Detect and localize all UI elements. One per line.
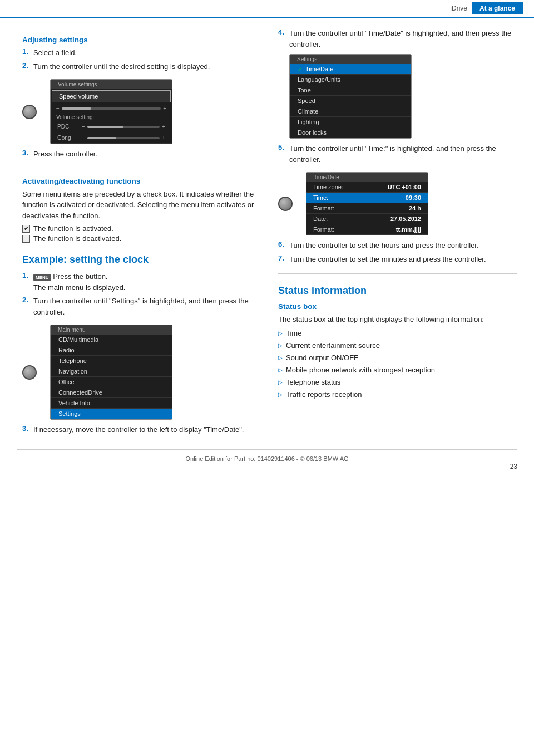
controller-knob — [22, 105, 37, 119]
right-divider — [278, 273, 517, 274]
step-1: 1. Select a field. — [22, 47, 261, 58]
right-steps-5: 5. Turn the controller until "Time:" is … — [278, 143, 517, 165]
td-title-bar: Time/Date — [306, 173, 428, 182]
ex-step-2: 2. Turn the controller until "Settings" … — [22, 296, 261, 317]
activating-heading: Activating/deactivating functions — [22, 177, 261, 185]
step-3: 3. Press the controller. — [22, 149, 261, 160]
volume-screen-container: Volume settings Speed volume − + Volume … — [22, 75, 261, 149]
ss-title-bar: Settings — [290, 55, 411, 64]
td-format2: Format: tt.mm.jjjj — [306, 224, 428, 235]
example-heading: Example: setting the clock — [22, 254, 261, 266]
controller-left — [22, 105, 37, 119]
main-content: Adjusting settings 1. Select a field. 2.… — [0, 18, 534, 449]
header-idrive: iDrive — [450, 4, 467, 12]
status-item-sound: ▷ Sound output ON/OFF — [278, 353, 517, 363]
bullet-icon-4: ▷ — [278, 366, 283, 374]
mm-cd: CD/Multimedia — [51, 335, 172, 345]
bullet-icon-3: ▷ — [278, 354, 283, 362]
td-date: Date: 27.05.2012 — [306, 214, 428, 224]
r-step-6: 6. Turn the controller to set the hours … — [278, 240, 517, 251]
ex-step3-list: 3. If necessary, move the controller to … — [22, 424, 261, 435]
right-steps-67: 6. Turn the controller to set the hours … — [278, 240, 517, 264]
ss-speed: Speed — [290, 96, 411, 106]
mm-telephone: Telephone — [51, 356, 172, 366]
status-box-para: The status box at the top right displays… — [278, 314, 517, 325]
settings-screen: Settings ✓ Time/Date Language/Units Tone… — [289, 54, 412, 139]
vol-title-bar: Volume settings — [51, 80, 172, 89]
ss-climate: Climate — [290, 106, 411, 117]
example-steps: 1. MENU Press the button. The main menu … — [22, 271, 261, 317]
divider — [22, 169, 261, 169]
ss-languageunits: Language/Units — [290, 75, 411, 85]
bullet-icon-2: ▷ — [278, 342, 283, 350]
status-item-traffic: ▷ Traffic reports reception — [278, 390, 517, 400]
gong-item: Gong − + — [51, 132, 172, 144]
footer: Online Edition for Part no. 01402911406 … — [17, 449, 517, 465]
ex-step-3: 3. If necessary, move the controller to … — [22, 424, 261, 435]
header-tab: At a glance — [472, 2, 523, 14]
left-column: Adjusting settings 1. Select a field. 2.… — [22, 28, 261, 438]
ss-tone: Tone — [290, 85, 411, 96]
r-step-5: 5. Turn the controller until "Time:" is … — [278, 143, 517, 165]
pdc-slider — [87, 126, 160, 128]
main-menu-screen: Main menu CD/Multimedia Radio Telephone … — [50, 325, 172, 420]
unchecked-item: The function is deactivated. — [22, 234, 261, 243]
status-box-heading: Status box — [278, 302, 517, 311]
activating-para: Some menu items are preceded by a check … — [22, 189, 261, 222]
volume-screen: Volume settings Speed volume − + Volume … — [50, 79, 172, 144]
speed-slider-row: − + — [51, 104, 172, 113]
controller-knob-td — [278, 197, 293, 211]
main-menu-screen-container: Main menu CD/Multimedia Radio Telephone … — [22, 320, 261, 424]
page-number: 23 — [510, 463, 517, 470]
td-format1: Format: 24 h — [306, 203, 428, 214]
status-item-mobile: ▷ Mobile phone network with strongest re… — [278, 365, 517, 375]
check-mark-icon: ✓ — [298, 66, 302, 72]
check-icon: ✔ — [22, 225, 30, 233]
status-information-heading: Status information — [278, 285, 517, 297]
ss-timedate: ✓ Time/Date — [290, 64, 411, 75]
mm-connecteddrive: ConnectedDrive — [51, 387, 172, 398]
bullet-icon-6: ▷ — [278, 391, 283, 399]
right-column: 4. Turn the controller until "Time/Date"… — [278, 28, 517, 438]
right-steps: 4. Turn the controller until "Time/Date"… — [278, 28, 517, 50]
status-item-telephone: ▷ Telephone status — [278, 377, 517, 387]
ss-doorlocks: Door locks — [290, 127, 411, 138]
r-step-7: 7. Turn the controller to set the minute… — [278, 254, 517, 265]
status-item-entertainment: ▷ Current entertainment source — [278, 341, 517, 351]
adjusting-steps: 1. Select a field. 2. Turn the controlle… — [22, 47, 261, 72]
status-items-list: ▷ Time ▷ Current entertainment source ▷ … — [278, 328, 517, 400]
bullet-icon-1: ▷ — [278, 330, 283, 337]
checked-item: ✔ The function is activated. — [22, 224, 261, 233]
menu-button-icon: MENU — [33, 274, 51, 281]
status-item-time: ▷ Time — [278, 328, 517, 338]
controller-left-2 — [22, 365, 37, 380]
controller-knob-2 — [22, 365, 37, 380]
footer-area: Online Edition for Part no. 01402911406 … — [0, 449, 534, 482]
ex-step-1: 1. MENU Press the button. The main menu … — [22, 271, 261, 293]
r-step-4: 4. Turn the controller until "Time/Date"… — [278, 28, 517, 50]
controller-left-td — [278, 197, 293, 211]
mm-title-bar: Main menu — [51, 325, 172, 335]
adjusting-heading: Adjusting settings — [22, 36, 261, 44]
mm-radio: Radio — [51, 345, 172, 356]
gong-slider — [87, 137, 160, 139]
speed-slider — [62, 107, 161, 110]
bullet-icon-5: ▷ — [278, 379, 283, 386]
speed-volume-item: Speed volume — [52, 90, 171, 102]
pdc-item: PDC − + — [51, 121, 172, 132]
footer-text: Online Edition for Part no. 01402911406 … — [185, 455, 348, 462]
timedate-screen-container: Time/Date Time zone: UTC +01:00 Time: 09… — [278, 168, 517, 240]
mm-navigation: Navigation — [51, 366, 172, 377]
mm-office: Office — [51, 377, 172, 387]
td-timezone: Time zone: UTC +01:00 — [306, 182, 428, 193]
ss-lighting: Lighting — [290, 117, 411, 127]
mm-vehicleinfo: Vehicle Info — [51, 398, 172, 409]
mm-settings: Settings — [51, 409, 172, 419]
step-2: 2. Turn the controller until the desired… — [22, 61, 261, 72]
adjusting-step3: 3. Press the controller. — [22, 149, 261, 160]
timedate-screen: Time/Date Time zone: UTC +01:00 Time: 09… — [306, 172, 428, 235]
vol-setting-label: Volume setting: — [51, 113, 172, 121]
header-bar: iDrive At a glance — [0, 0, 534, 18]
td-time: Time: 09:30 — [306, 193, 428, 203]
uncheck-icon — [22, 235, 30, 243]
